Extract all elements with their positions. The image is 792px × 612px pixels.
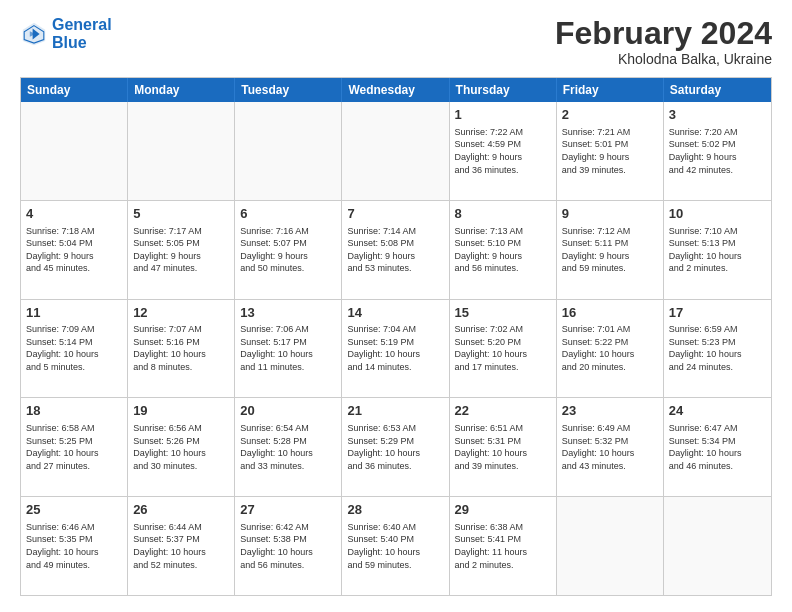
day-number: 21	[347, 402, 443, 420]
cell-info: Sunrise: 7:10 AM Sunset: 5:13 PM Dayligh…	[669, 225, 766, 275]
calendar-cell: 18Sunrise: 6:58 AM Sunset: 5:25 PM Dayli…	[21, 398, 128, 496]
cell-info: Sunrise: 7:02 AM Sunset: 5:20 PM Dayligh…	[455, 323, 551, 373]
calendar-cell: 2Sunrise: 7:21 AM Sunset: 5:01 PM Daylig…	[557, 102, 664, 200]
day-number: 8	[455, 205, 551, 223]
calendar-cell: 14Sunrise: 7:04 AM Sunset: 5:19 PM Dayli…	[342, 300, 449, 398]
day-number: 18	[26, 402, 122, 420]
cell-info: Sunrise: 7:04 AM Sunset: 5:19 PM Dayligh…	[347, 323, 443, 373]
cell-info: Sunrise: 6:54 AM Sunset: 5:28 PM Dayligh…	[240, 422, 336, 472]
cell-info: Sunrise: 7:20 AM Sunset: 5:02 PM Dayligh…	[669, 126, 766, 176]
cell-info: Sunrise: 6:53 AM Sunset: 5:29 PM Dayligh…	[347, 422, 443, 472]
cell-info: Sunrise: 7:06 AM Sunset: 5:17 PM Dayligh…	[240, 323, 336, 373]
calendar-week: 11Sunrise: 7:09 AM Sunset: 5:14 PM Dayli…	[21, 300, 771, 399]
cell-info: Sunrise: 6:51 AM Sunset: 5:31 PM Dayligh…	[455, 422, 551, 472]
calendar-header: SundayMondayTuesdayWednesdayThursdayFrid…	[21, 78, 771, 102]
day-number: 17	[669, 304, 766, 322]
calendar-week: 18Sunrise: 6:58 AM Sunset: 5:25 PM Dayli…	[21, 398, 771, 497]
day-number: 9	[562, 205, 658, 223]
cell-info: Sunrise: 7:07 AM Sunset: 5:16 PM Dayligh…	[133, 323, 229, 373]
calendar-cell	[21, 102, 128, 200]
calendar-header-cell: Thursday	[450, 78, 557, 102]
day-number: 16	[562, 304, 658, 322]
header: General Blue February 2024 Kholodna Balk…	[20, 16, 772, 67]
calendar-cell: 13Sunrise: 7:06 AM Sunset: 5:17 PM Dayli…	[235, 300, 342, 398]
cell-info: Sunrise: 6:56 AM Sunset: 5:26 PM Dayligh…	[133, 422, 229, 472]
calendar-cell: 22Sunrise: 6:51 AM Sunset: 5:31 PM Dayli…	[450, 398, 557, 496]
calendar-header-cell: Saturday	[664, 78, 771, 102]
calendar-cell: 25Sunrise: 6:46 AM Sunset: 5:35 PM Dayli…	[21, 497, 128, 595]
day-number: 6	[240, 205, 336, 223]
calendar-cell: 26Sunrise: 6:44 AM Sunset: 5:37 PM Dayli…	[128, 497, 235, 595]
calendar-cell: 17Sunrise: 6:59 AM Sunset: 5:23 PM Dayli…	[664, 300, 771, 398]
calendar-cell: 11Sunrise: 7:09 AM Sunset: 5:14 PM Dayli…	[21, 300, 128, 398]
cell-info: Sunrise: 7:12 AM Sunset: 5:11 PM Dayligh…	[562, 225, 658, 275]
calendar-week: 1Sunrise: 7:22 AM Sunset: 4:59 PM Daylig…	[21, 102, 771, 201]
day-number: 13	[240, 304, 336, 322]
day-number: 29	[455, 501, 551, 519]
day-number: 28	[347, 501, 443, 519]
cell-info: Sunrise: 7:14 AM Sunset: 5:08 PM Dayligh…	[347, 225, 443, 275]
calendar-cell: 16Sunrise: 7:01 AM Sunset: 5:22 PM Dayli…	[557, 300, 664, 398]
page-subtitle: Kholodna Balka, Ukraine	[555, 51, 772, 67]
calendar-cell: 5Sunrise: 7:17 AM Sunset: 5:05 PM Daylig…	[128, 201, 235, 299]
calendar-cell: 28Sunrise: 6:40 AM Sunset: 5:40 PM Dayli…	[342, 497, 449, 595]
calendar-header-cell: Friday	[557, 78, 664, 102]
calendar-cell: 19Sunrise: 6:56 AM Sunset: 5:26 PM Dayli…	[128, 398, 235, 496]
day-number: 5	[133, 205, 229, 223]
calendar-cell	[128, 102, 235, 200]
calendar-week: 25Sunrise: 6:46 AM Sunset: 5:35 PM Dayli…	[21, 497, 771, 595]
cell-info: Sunrise: 7:22 AM Sunset: 4:59 PM Dayligh…	[455, 126, 551, 176]
day-number: 12	[133, 304, 229, 322]
cell-info: Sunrise: 7:09 AM Sunset: 5:14 PM Dayligh…	[26, 323, 122, 373]
cell-info: Sunrise: 6:59 AM Sunset: 5:23 PM Dayligh…	[669, 323, 766, 373]
day-number: 19	[133, 402, 229, 420]
cell-info: Sunrise: 6:47 AM Sunset: 5:34 PM Dayligh…	[669, 422, 766, 472]
day-number: 24	[669, 402, 766, 420]
day-number: 1	[455, 106, 551, 124]
cell-info: Sunrise: 6:46 AM Sunset: 5:35 PM Dayligh…	[26, 521, 122, 571]
cell-info: Sunrise: 6:49 AM Sunset: 5:32 PM Dayligh…	[562, 422, 658, 472]
logo-icon	[20, 20, 48, 48]
day-number: 7	[347, 205, 443, 223]
calendar-cell: 15Sunrise: 7:02 AM Sunset: 5:20 PM Dayli…	[450, 300, 557, 398]
day-number: 10	[669, 205, 766, 223]
page-title: February 2024	[555, 16, 772, 51]
calendar-cell: 7Sunrise: 7:14 AM Sunset: 5:08 PM Daylig…	[342, 201, 449, 299]
calendar-cell	[557, 497, 664, 595]
day-number: 22	[455, 402, 551, 420]
day-number: 14	[347, 304, 443, 322]
calendar-cell: 23Sunrise: 6:49 AM Sunset: 5:32 PM Dayli…	[557, 398, 664, 496]
calendar-cell: 8Sunrise: 7:13 AM Sunset: 5:10 PM Daylig…	[450, 201, 557, 299]
day-number: 20	[240, 402, 336, 420]
day-number: 4	[26, 205, 122, 223]
calendar: SundayMondayTuesdayWednesdayThursdayFrid…	[20, 77, 772, 596]
cell-info: Sunrise: 6:42 AM Sunset: 5:38 PM Dayligh…	[240, 521, 336, 571]
title-area: February 2024 Kholodna Balka, Ukraine	[555, 16, 772, 67]
cell-info: Sunrise: 7:18 AM Sunset: 5:04 PM Dayligh…	[26, 225, 122, 275]
cell-info: Sunrise: 7:17 AM Sunset: 5:05 PM Dayligh…	[133, 225, 229, 275]
day-number: 2	[562, 106, 658, 124]
cell-info: Sunrise: 6:44 AM Sunset: 5:37 PM Dayligh…	[133, 521, 229, 571]
calendar-cell: 1Sunrise: 7:22 AM Sunset: 4:59 PM Daylig…	[450, 102, 557, 200]
cell-info: Sunrise: 7:21 AM Sunset: 5:01 PM Dayligh…	[562, 126, 658, 176]
calendar-cell: 20Sunrise: 6:54 AM Sunset: 5:28 PM Dayli…	[235, 398, 342, 496]
calendar-cell: 12Sunrise: 7:07 AM Sunset: 5:16 PM Dayli…	[128, 300, 235, 398]
calendar-cell: 27Sunrise: 6:42 AM Sunset: 5:38 PM Dayli…	[235, 497, 342, 595]
calendar-cell: 4Sunrise: 7:18 AM Sunset: 5:04 PM Daylig…	[21, 201, 128, 299]
day-number: 23	[562, 402, 658, 420]
day-number: 26	[133, 501, 229, 519]
cell-info: Sunrise: 6:40 AM Sunset: 5:40 PM Dayligh…	[347, 521, 443, 571]
calendar-header-cell: Monday	[128, 78, 235, 102]
page: General Blue February 2024 Kholodna Balk…	[0, 0, 792, 612]
day-number: 15	[455, 304, 551, 322]
calendar-cell: 3Sunrise: 7:20 AM Sunset: 5:02 PM Daylig…	[664, 102, 771, 200]
day-number: 25	[26, 501, 122, 519]
calendar-cell: 29Sunrise: 6:38 AM Sunset: 5:41 PM Dayli…	[450, 497, 557, 595]
calendar-week: 4Sunrise: 7:18 AM Sunset: 5:04 PM Daylig…	[21, 201, 771, 300]
cell-info: Sunrise: 7:16 AM Sunset: 5:07 PM Dayligh…	[240, 225, 336, 275]
cell-info: Sunrise: 7:01 AM Sunset: 5:22 PM Dayligh…	[562, 323, 658, 373]
calendar-cell: 10Sunrise: 7:10 AM Sunset: 5:13 PM Dayli…	[664, 201, 771, 299]
calendar-cell: 6Sunrise: 7:16 AM Sunset: 5:07 PM Daylig…	[235, 201, 342, 299]
day-number: 27	[240, 501, 336, 519]
cell-info: Sunrise: 6:58 AM Sunset: 5:25 PM Dayligh…	[26, 422, 122, 472]
